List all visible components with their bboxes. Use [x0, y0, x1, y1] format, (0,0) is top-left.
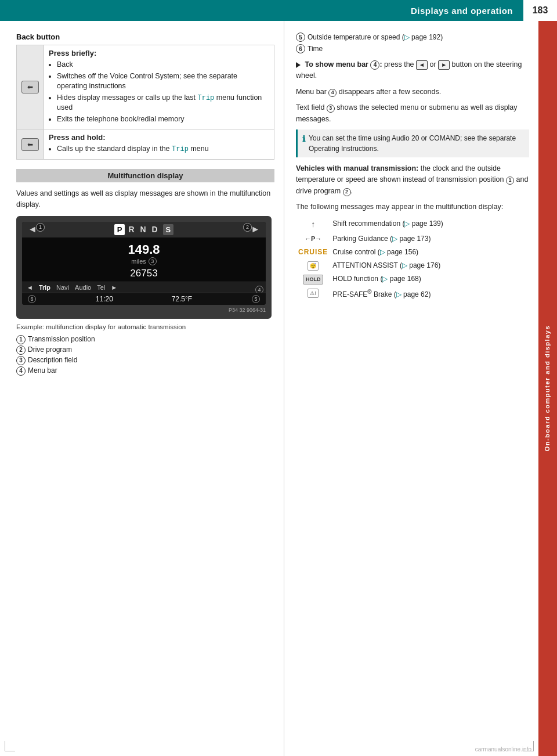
header-teal-section: Displays and operation: [0, 0, 522, 21]
list-item: Back: [57, 60, 269, 70]
time-display: 11:20: [96, 295, 113, 303]
shift-text-cell: Shift recommendation (▷ page 139): [330, 217, 529, 232]
mfd-description: Values and settings as well as display m…: [16, 188, 274, 210]
text-field-note: Text field 3 shows the selected menu or …: [296, 102, 529, 125]
trip-mono-2: Trip: [172, 145, 189, 153]
callout-text-3: Description field: [28, 356, 77, 364]
back-button-table: ⬅ Press briefly: Back Switches off the V…: [16, 45, 274, 160]
brake-icon-cell: ⚠!: [296, 286, 330, 301]
gear-selector: P R N D S: [114, 224, 173, 235]
shift-recommendation-icon: ↑: [311, 219, 315, 229]
list-item: Exits the telephone book/redial memory: [57, 114, 269, 125]
following-messages-text: The following messages may appear in the…: [296, 201, 529, 213]
numbered-item-5: 5 Outside temperature or speed (▷ page 1…: [296, 33, 529, 42]
msg-row-parking: ←P→ Parking Guidance (▷ page 173): [296, 232, 529, 246]
callout-num-3: 3: [16, 356, 26, 365]
callout-3: 3: [149, 257, 157, 265]
mfd-gear-row: ◄ P R N D S ► 1 2: [22, 222, 266, 237]
gear-rnd: R N D: [128, 225, 159, 234]
inline-callout-1: 1: [506, 177, 514, 185]
brake-text-cell: PRE-SAFE® Brake (▷ page 62): [330, 286, 529, 301]
manual-trans-bold: Vehicles with manual transmission:: [296, 164, 418, 172]
manual-transmission-para: Vehicles with manual transmission: the c…: [296, 163, 529, 197]
miles-value: 149.8: [128, 242, 160, 257]
back-button-hold-icon: ⬅: [21, 138, 39, 151]
page-ref-62: ▷: [396, 290, 402, 298]
page-ref-139: ▷: [404, 219, 410, 228]
info-text: You can set the time using Audio 20 or C…: [309, 133, 525, 154]
back-button-heading: Back button: [16, 33, 274, 41]
mfd-image-container: ◄ P R N D S ► 1 2 149.8: [16, 216, 272, 319]
footer-watermark: carmanualsonline.info: [475, 746, 531, 753]
callout-2: 2: [243, 223, 252, 232]
press-briefly-list: Back Switches off the Voice Control Syst…: [49, 60, 269, 124]
press-hold-icon-cell: ⬅: [17, 129, 44, 160]
msg-row-shift: ↑ Shift recommendation (▷ page 139): [296, 217, 529, 232]
info-box: ℹ You can set the time using Audio 20 or…: [296, 129, 529, 157]
mfd-center-area: 149.8 miles 3 26753: [22, 237, 266, 282]
inline-callout-3: 3: [327, 105, 335, 113]
press-briefly-row: ⬅ Press briefly: Back Switches off the V…: [17, 45, 274, 129]
callout-labels: 1 Transmission position 2 Drive program …: [16, 335, 274, 376]
page-ref-168: ▷: [382, 275, 388, 283]
msg-row-attention: 😴 ATTENTION ASSIST (▷ page 176): [296, 259, 529, 273]
press-briefly-icon-cell: ⬅: [17, 45, 44, 129]
item-6-text: Time: [308, 45, 323, 53]
menu-item-tel[interactable]: Tel: [97, 284, 105, 291]
callout-label-1: 1 Transmission position: [16, 335, 274, 344]
gear-s: S: [163, 224, 174, 235]
callout-5: 5: [252, 295, 260, 303]
page-ref-176: ▷: [402, 261, 407, 269]
callout-label-3: 3 Description field: [16, 356, 274, 365]
watermark-text: carmanualsonline.info: [475, 746, 531, 753]
miles-label-row: miles 3: [22, 257, 266, 265]
page-number: 183: [533, 5, 548, 16]
miles-label: miles: [131, 258, 146, 265]
press-hold-label: Press and hold:: [49, 133, 269, 142]
press-hold-content: Press and hold: Calls up the standard di…: [44, 129, 274, 160]
menu-item-audio[interactable]: Audio: [75, 284, 91, 291]
hold-function-icon: HOLD: [303, 275, 324, 285]
mfd-screen: ◄ P R N D S ► 1 2 149.8: [22, 222, 266, 305]
right-steer-btn: ►: [438, 60, 450, 70]
msg-row-hold: HOLD HOLD function (▷ page 168): [296, 272, 529, 286]
odometer-value: 26753: [22, 268, 266, 279]
press-briefly-content: Press briefly: Back Switches off the Voi…: [44, 45, 274, 129]
mfd-bottom-row: 6 11:20 72.5°F 5: [22, 293, 266, 305]
menu-item-navi[interactable]: Navi: [56, 284, 69, 291]
attention-icon-cell: 😴: [296, 259, 330, 273]
menu-bar-bold: To show menu bar 4:: [305, 60, 382, 69]
callout-label-2: 2 Drive program: [16, 345, 274, 355]
page-ref: ▷: [404, 33, 410, 41]
arrow-right-icon: [296, 62, 301, 68]
menu-bar-disappears: Menu bar 4 disappears after a few second…: [296, 87, 529, 98]
trip-mono: Trip: [197, 94, 214, 102]
list-item: Hides display messages or calls up the l…: [57, 93, 269, 113]
inline-callout-4b: 4: [328, 89, 337, 97]
callout-6: 6: [28, 295, 36, 303]
callout-num-1: 1: [16, 335, 26, 344]
parking-text-cell: Parking Guidance (▷ page 173): [330, 232, 529, 246]
messages-table: ↑ Shift recommendation (▷ page 139) ←P→ …: [296, 217, 529, 301]
miles-container: 149.8: [128, 242, 160, 257]
press-hold-row: ⬅ Press and hold: Calls up the standard …: [17, 129, 274, 160]
pre-safe-brake-icon: ⚠!: [308, 289, 319, 298]
gear-p: P: [114, 224, 125, 235]
menu-item-trip[interactable]: Trip: [39, 284, 50, 291]
callout-num-4: 4: [16, 366, 26, 376]
cruise-text-cell: Cruise control (▷ page 156): [330, 246, 529, 259]
callout-text-4: Menu bar: [28, 366, 57, 375]
parking-guidance-icon: ←P→: [305, 235, 321, 242]
page-ref-173: ▷: [392, 235, 397, 243]
msg-row-cruise: CRUISE Cruise control (▷ page 156): [296, 246, 529, 259]
menu-left-arrow: ◄: [27, 284, 33, 291]
sidebar-label: On-board computer and displays: [544, 325, 551, 451]
list-item: Switches off the Voice Control System; s…: [57, 71, 269, 92]
attention-assist-icon: 😴: [308, 261, 319, 271]
page-ref-156: ▷: [380, 248, 385, 256]
callout-num-5: 5: [296, 33, 305, 42]
list-item: Calls up the standard display in the Tri…: [57, 144, 269, 154]
image-ref: P34 32 9064-31: [22, 307, 266, 313]
page-title: Displays and operation: [411, 6, 513, 16]
main-content: Back button ⬅ Press briefly: Back Switch…: [0, 21, 538, 756]
